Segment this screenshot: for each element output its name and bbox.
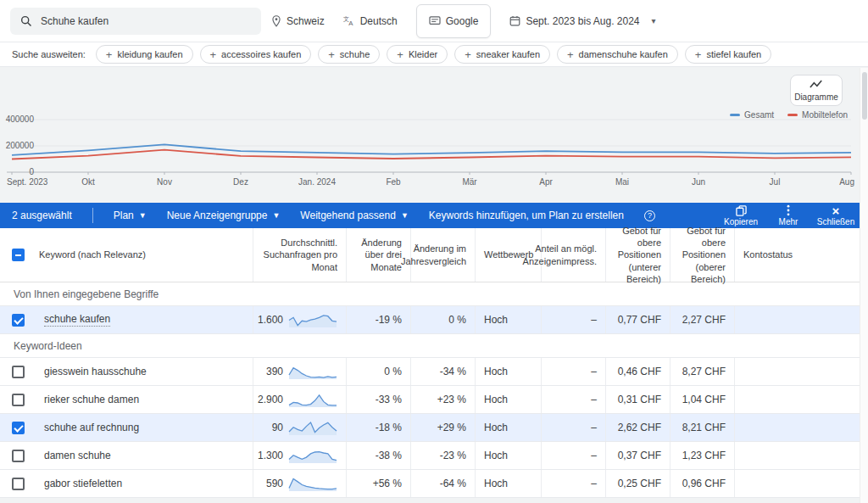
chevron-down-icon: ▼ <box>401 211 409 220</box>
keyword-text[interactable]: gabor stiefeletten <box>44 478 122 489</box>
plus-icon: + <box>397 49 403 60</box>
keyword-text[interactable]: rieker schuhe damen <box>44 394 139 405</box>
help-icon[interactable]: ? <box>644 210 655 221</box>
language-label: Deutsch <box>360 15 398 27</box>
match-type-dropdown[interactable]: Weitgehend passend▼ <box>300 210 408 221</box>
plus-icon: + <box>695 49 702 60</box>
language-selector[interactable]: 文A Deutsch <box>343 15 398 27</box>
location-pin-icon <box>271 15 281 27</box>
plus-icon: + <box>328 49 335 60</box>
close-button[interactable]: × Schließen <box>812 203 860 228</box>
svg-text:Dez: Dez <box>233 177 248 187</box>
table-row[interactable]: schuhe auf rechnung 90 -18 % +29 % Hoch … <box>0 414 860 442</box>
chart-icon <box>810 80 823 91</box>
row-checkbox[interactable] <box>12 422 25 434</box>
new-ad-group-dropdown[interactable]: Neue Anzeigengruppe▼ <box>167 210 281 221</box>
scrollbar-thumb[interactable] <box>862 72 867 120</box>
svg-text:A: A <box>348 20 353 26</box>
network-selector[interactable]: Google <box>416 4 492 38</box>
date-range-label: Sept. 2023 bis Aug. 2024 <box>526 15 639 27</box>
header-high-bid[interactable]: Gebot für obere Positionen (oberer Berei… <box>670 228 734 282</box>
header-checkbox-cell[interactable] <box>0 228 36 282</box>
row-checkbox[interactable] <box>12 366 25 378</box>
plus-icon: + <box>567 49 574 60</box>
table-row[interactable]: damen schuhe 1.300 -38 % -23 % Hoch – 0,… <box>0 442 860 470</box>
header-yoy-change[interactable]: Änderung im Jahresvergleich <box>410 228 475 282</box>
header-account-status[interactable]: Kontostatus <box>734 228 860 282</box>
selection-toolbar: 2 ausgewählt Plan▼ Neue Anzeigengruppe▼ … <box>0 203 860 228</box>
broaden-chip-accessoires-kaufen[interactable]: +accessoires kaufen <box>200 45 312 64</box>
keyword-text[interactable]: schuhe kaufen <box>44 313 110 327</box>
close-icon: × <box>832 204 840 216</box>
translate-icon: 文A <box>343 15 355 26</box>
location-selector[interactable]: Schweiz <box>271 15 325 27</box>
broaden-chip-damenschuhe-kaufen[interactable]: +damenschuhe kaufen <box>557 45 678 64</box>
svg-text:Aug: Aug <box>839 177 854 187</box>
svg-text:400000: 400000 <box>6 115 35 124</box>
row-checkbox[interactable] <box>12 450 25 462</box>
svg-text:Apr: Apr <box>539 177 553 187</box>
svg-text:Jul: Jul <box>770 177 781 187</box>
search-input[interactable]: Schuhe kaufen <box>41 15 108 27</box>
vertical-scrollbar[interactable] <box>860 68 868 503</box>
plan-dropdown[interactable]: Plan▼ <box>114 210 147 221</box>
broaden-chip-sneaker-kaufen[interactable]: +sneaker kaufen <box>454 45 550 64</box>
header-keyword[interactable]: Keyword (nach Relevanz) <box>36 228 253 282</box>
more-vert-icon <box>787 204 790 216</box>
svg-text:Jun: Jun <box>692 177 705 187</box>
row-checkbox[interactable] <box>12 478 25 490</box>
trend-chart-section: Diagramme Gesamt Mobiltelefon 0200000400… <box>0 67 868 203</box>
keyword-text[interactable]: damen schuhe <box>44 450 111 461</box>
selected-count: 2 ausgewählt <box>12 210 72 221</box>
section-entered-terms: Von Ihnen eingegebene Begriffe <box>0 282 860 306</box>
trend-sparkline <box>288 311 337 328</box>
broaden-chip-stiefel-kaufen[interactable]: +stiefel kaufen <box>685 45 771 64</box>
row-checkbox[interactable] <box>12 314 25 327</box>
more-button[interactable]: Mehr <box>765 203 812 228</box>
table-header: Keyword (nach Relevanz) Durchschnittl. S… <box>0 228 860 282</box>
header-impression-share[interactable]: Anteil an mögl. Anzeigenimpress. <box>541 228 605 282</box>
copy-icon <box>736 204 747 216</box>
table-row[interactable]: schuhe kaufen 1.600 -19 % 0 % Hoch – 0,7… <box>0 306 860 334</box>
search-icon <box>20 15 32 27</box>
table-row[interactable]: rieker schuhe damen 2.900 -33 % +23 % Ho… <box>0 386 860 414</box>
broaden-chip-kleidung-kaufen[interactable]: +kleidung kaufen <box>96 45 193 64</box>
add-keywords-hint: Keywords hinzufügen, um Plan zu erstelle… <box>429 210 624 221</box>
chevron-down-icon[interactable]: ▾ <box>652 16 656 25</box>
svg-text:Sept. 2023: Sept. 2023 <box>7 177 48 187</box>
date-range-selector[interactable]: Sept. 2023 bis Aug. 2024 ▾ <box>509 15 655 27</box>
diagramme-label: Diagramme <box>794 92 838 102</box>
trend-sparkline <box>288 391 337 408</box>
broaden-chip-kleider[interactable]: +Kleider <box>387 45 448 64</box>
svg-text:Nov: Nov <box>157 177 172 187</box>
header-volume[interactable]: Durchschnittl. Suchanfragen pro Monat <box>253 228 346 282</box>
broaden-chip-schuhe[interactable]: +schuhe <box>318 45 380 64</box>
table-row[interactable]: giesswein hausschuhe 390 0 % -34 % Hoch … <box>0 358 860 386</box>
svg-text:Mär: Mär <box>462 177 477 187</box>
trend-sparkline <box>288 475 337 492</box>
select-all-checkbox[interactable] <box>12 249 25 261</box>
row-checkbox[interactable] <box>12 394 25 406</box>
trend-sparkline <box>288 363 337 380</box>
plus-icon: + <box>106 49 113 60</box>
svg-text:Jan. 2024: Jan. 2024 <box>298 177 336 187</box>
svg-text:Mai: Mai <box>615 177 629 187</box>
keyword-text[interactable]: schuhe auf rechnung <box>44 422 139 433</box>
table-row[interactable]: gabor stiefeletten 590 +56 % -64 % Hoch … <box>0 470 860 498</box>
search-volume-chart: 0200000400000Sept. 2023OktNovDezJan. 202… <box>0 106 856 201</box>
broaden-search-row: Suche ausweiten: +kleidung kaufen +acces… <box>0 42 868 67</box>
plus-icon: + <box>210 49 217 60</box>
svg-text:Okt: Okt <box>81 177 95 187</box>
section-keyword-ideas: Keyword-Ideen <box>0 334 860 358</box>
svg-text:0: 0 <box>29 167 34 176</box>
svg-text:200000: 200000 <box>6 141 35 150</box>
plus-icon: + <box>465 49 471 60</box>
search-input-wrap[interactable]: Schuhe kaufen <box>10 8 261 35</box>
keyword-text[interactable]: giesswein hausschuhe <box>44 366 147 377</box>
header-low-bid[interactable]: Gebot für obere Positionen (unterer Bere… <box>605 228 670 282</box>
location-label: Schweiz <box>287 15 325 27</box>
broaden-search-label: Suche ausweiten: <box>12 49 86 59</box>
diagramme-button[interactable]: Diagramme <box>790 75 843 106</box>
chevron-down-icon: ▼ <box>139 211 147 220</box>
trend-sparkline <box>288 447 337 464</box>
